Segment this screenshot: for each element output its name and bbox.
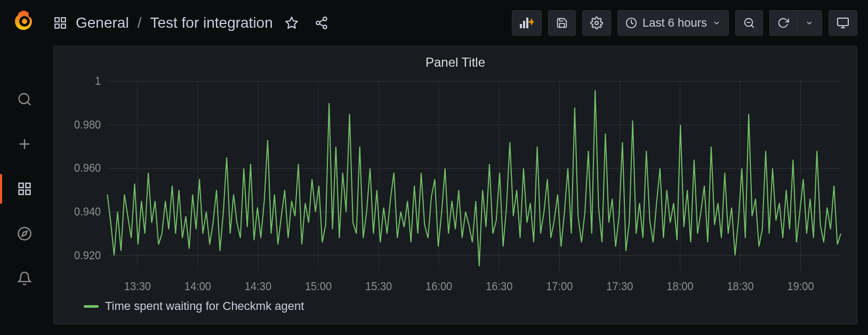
svg-text:18:30: 18:30	[727, 280, 753, 293]
svg-text:19:00: 19:00	[787, 280, 814, 293]
legend-label: Time spent waiting for Checkmk agent	[105, 299, 304, 313]
svg-rect-4	[19, 184, 23, 188]
star-icon[interactable]	[285, 16, 299, 30]
svg-text:18:00: 18:00	[666, 280, 693, 293]
chevron-down-icon	[805, 19, 814, 27]
svg-text:0.940: 0.940	[74, 205, 101, 219]
save-button[interactable]	[548, 10, 576, 36]
svg-text:17:00: 17:00	[546, 280, 573, 293]
time-range-button[interactable]: Last 6 hours	[617, 10, 729, 36]
svg-rect-7	[26, 190, 30, 194]
legend[interactable]: Time spent waiting for Checkmk agent	[65, 299, 846, 313]
svg-rect-30	[838, 18, 848, 26]
svg-text:15:30: 15:30	[365, 280, 392, 293]
panel-title[interactable]: Panel Title	[65, 55, 846, 70]
svg-rect-5	[26, 184, 30, 188]
svg-point-15	[323, 17, 327, 21]
settings-button[interactable]	[582, 10, 611, 36]
topbar: General / Test for integration	[53, 0, 857, 46]
svg-rect-6	[19, 190, 23, 194]
svg-text:0.920: 0.920	[74, 248, 101, 262]
svg-text:16:00: 16:00	[425, 280, 452, 293]
svg-marker-14	[286, 17, 298, 28]
svg-point-17	[323, 25, 327, 29]
refresh-group	[769, 10, 822, 36]
svg-text:1: 1	[95, 75, 101, 88]
svg-text:17:30: 17:30	[606, 280, 633, 293]
apps-icon[interactable]	[53, 16, 67, 30]
svg-rect-21	[523, 21, 525, 28]
share-icon[interactable]	[315, 16, 328, 30]
search-icon[interactable]	[13, 87, 36, 111]
bell-icon[interactable]	[13, 267, 36, 290]
svg-text:0.980: 0.980	[74, 118, 101, 132]
svg-line-18	[319, 24, 323, 26]
svg-rect-20	[520, 24, 522, 28]
chevron-down-icon	[712, 19, 721, 27]
svg-text:14:30: 14:30	[245, 280, 271, 293]
svg-marker-9	[22, 231, 27, 236]
svg-text:14:00: 14:00	[184, 280, 211, 293]
svg-line-19	[319, 20, 323, 22]
svg-point-8	[18, 227, 30, 240]
svg-text:15:00: 15:00	[305, 280, 332, 293]
svg-text:0.960: 0.960	[74, 161, 101, 175]
plus-icon[interactable]	[13, 132, 36, 156]
svg-rect-10	[55, 18, 59, 22]
svg-point-16	[316, 21, 320, 25]
svg-text:16:30: 16:30	[486, 280, 512, 293]
sidebar	[0, 0, 49, 335]
svg-rect-11	[61, 18, 66, 22]
grafana-logo[interactable]	[12, 9, 37, 34]
refresh-button[interactable]	[769, 10, 797, 36]
panel: Panel Title 0.9200.9400.9600.980113:3014…	[53, 46, 857, 324]
svg-text:13:30: 13:30	[124, 280, 151, 293]
compass-icon[interactable]	[13, 222, 36, 245]
main: General / Test for integration	[49, 0, 868, 335]
svg-point-25	[595, 21, 598, 25]
zoom-out-button[interactable]	[735, 10, 763, 36]
refresh-interval-button[interactable]	[797, 10, 822, 36]
breadcrumb-root[interactable]: General	[76, 14, 129, 31]
svg-rect-12	[55, 24, 59, 28]
breadcrumb: General / Test for integration	[53, 14, 328, 31]
svg-line-1	[27, 102, 30, 105]
add-panel-button[interactable]	[512, 10, 542, 36]
legend-swatch	[84, 305, 99, 308]
svg-rect-13	[61, 24, 66, 28]
time-range-label: Last 6 hours	[642, 16, 707, 30]
tv-mode-button[interactable]	[829, 10, 857, 36]
dashboards-icon[interactable]	[13, 177, 36, 201]
breadcrumb-page[interactable]: Test for integration	[150, 14, 272, 31]
breadcrumb-separator: /	[138, 14, 142, 31]
svg-line-28	[751, 25, 753, 27]
svg-rect-22	[526, 18, 528, 28]
chart[interactable]: 0.9200.9400.9600.980113:3014:0014:3015:0…	[65, 75, 846, 295]
